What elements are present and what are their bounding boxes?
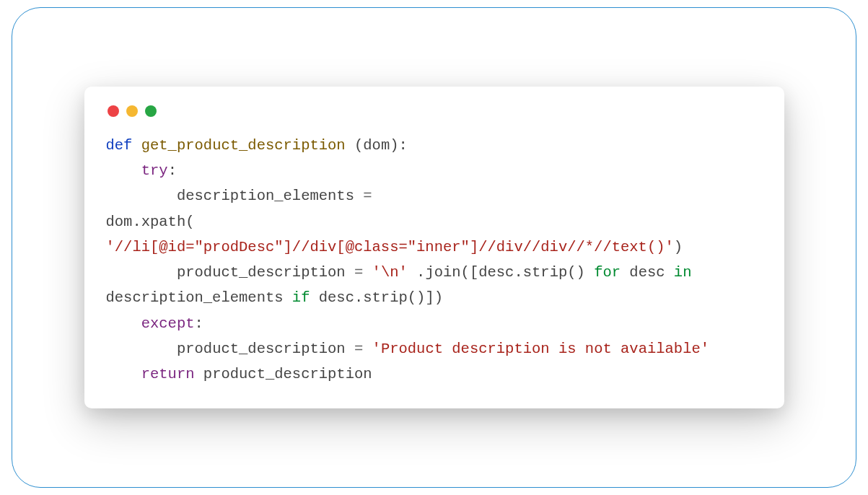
colon2: : [195,315,203,332]
op-eq2: = [354,264,372,281]
op-eq3: = [354,341,372,357]
paren-close: ) [674,239,683,255]
newline-string: '\n' [372,264,408,281]
traffic-lights [106,105,763,117]
keyword-if: if [292,289,310,306]
colon: : [168,162,177,179]
close-icon [108,105,119,117]
outer-frame: def get_product_description (dom): try: … [12,7,856,488]
desc-var: desc [621,264,674,281]
code-card: def get_product_description (dom): try: … [84,87,784,409]
keyword-except: except [141,315,195,332]
maximize-icon [145,105,157,117]
keyword-try: try [141,162,168,179]
keyword-in: in [674,264,692,281]
join-call: .join([desc.strip() [408,264,594,281]
xpath-string: '//li[@id="prodDesc"]//div[@class="inner… [106,239,674,255]
code-block: def get_product_description (dom): try: … [106,133,763,387]
minimize-icon [126,105,138,117]
strip-end: desc.strip()]) [310,289,443,306]
keyword-def: def [106,137,133,154]
var-prod-desc2: product_description [177,341,354,357]
var-desc-elements: description_elements [177,188,363,204]
keyword-for: for [594,264,621,281]
fallback-string: 'Product description is not available' [372,341,709,357]
return-var: product_description [195,366,372,382]
op-eq: = [363,188,381,204]
function-name: get_product_description [141,137,346,154]
keyword-return: return [141,366,195,382]
var-prod-desc: product_description [177,264,354,281]
params: (dom): [346,137,408,154]
dom-xpath-call: dom.xpath( [106,214,195,230]
